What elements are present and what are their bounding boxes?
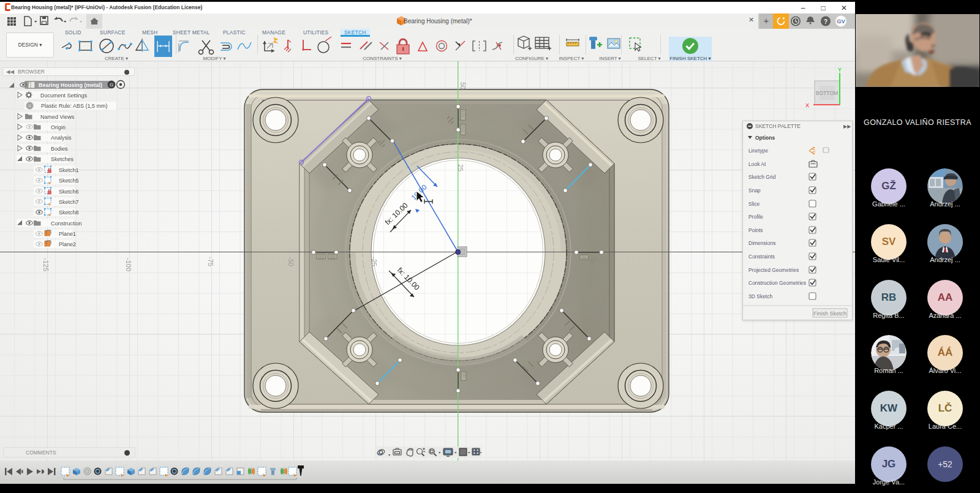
svg-text:-50: -50 [287,257,295,266]
svg-text:Linetype: Linetype [748,148,768,154]
svg-text:Plane2: Plane2 [59,241,76,247]
svg-text:Look At: Look At [748,161,766,167]
svg-text:Sketch5: Sketch5 [59,178,79,184]
svg-text:-100: -100 [125,258,132,271]
svg-text:▶▶: ▶▶ [843,124,851,129]
svg-text:Plane1: Plane1 [59,231,76,237]
svg-text:X: X [805,102,809,108]
svg-text:Finish Sketch: Finish Sketch [813,310,846,317]
svg-text:Options: Options [755,135,775,141]
svg-text:Bodies: Bodies [51,146,68,152]
svg-text:Plastic Rule: ABS (1,5 mm): Plastic Rule: ABS (1,5 mm) [41,103,108,109]
svg-text:Y: Y [838,67,842,73]
svg-text:Points: Points [748,227,763,233]
svg-text:Profile: Profile [748,214,763,220]
svg-text:-25: -25 [371,257,378,266]
svg-text:Sketch1: Sketch1 [59,167,79,173]
svg-text:Dimensions: Dimensions [748,240,775,246]
svg-text:Slice: Slice [748,201,760,207]
svg-text:Construction: Construction [51,220,82,227]
svg-text:50: 50 [459,82,467,89]
svg-text:Constraints: Constraints [748,254,775,260]
svg-text:Sketch6: Sketch6 [59,189,79,195]
svg-text:-125: -125 [42,258,50,271]
svg-text:Bearing Housing (metal): Bearing Housing (metal) [39,82,102,88]
svg-text:Sketch8: Sketch8 [59,209,79,216]
svg-text:Construction Geometries: Construction Geometries [748,280,806,286]
svg-text:Origin: Origin [51,124,66,130]
svg-text:BOTTOM: BOTTOM [816,90,838,96]
svg-text:GV: GV [837,18,845,24]
svg-text:Projected Geometries: Projected Geometries [748,267,799,273]
svg-text:Sketch7: Sketch7 [59,199,79,205]
svg-text:Named Views: Named Views [40,114,75,120]
svg-text:Document Settings: Document Settings [40,92,88,99]
svg-text:SKETCH PALETTE: SKETCH PALETTE [755,123,801,129]
svg-text:3D Sketch: 3D Sketch [748,293,772,299]
svg-text:?: ? [824,18,827,25]
svg-text:Analysis: Analysis [51,135,72,141]
svg-text:25: 25 [457,164,464,171]
svg-text:Snap: Snap [748,187,761,194]
svg-text:G: G [110,82,113,88]
svg-text:Sketches: Sketches [51,156,74,162]
svg-text:Sketch Grid: Sketch Grid [748,174,776,180]
svg-text:-75: -75 [207,257,214,266]
